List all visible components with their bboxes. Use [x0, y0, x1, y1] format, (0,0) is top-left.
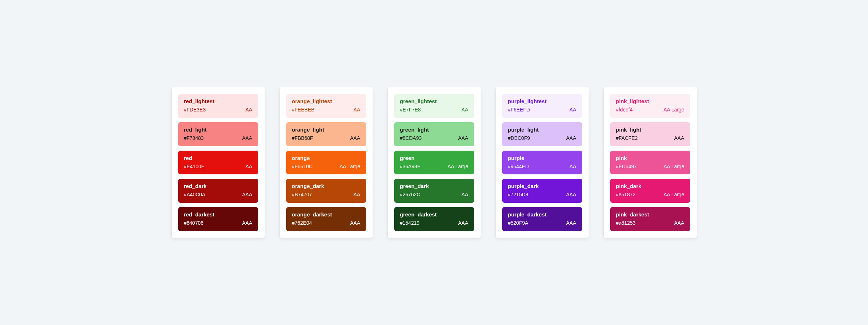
swatch-hex: #FACFE2: [616, 135, 638, 141]
color-swatch: green_light#8CDA93AAA: [394, 122, 474, 146]
color-swatch: pink_light#FACFE2AAA: [610, 122, 690, 146]
palette-card: pink_lightest#fdeef4AA Largepink_light#F…: [604, 87, 697, 238]
color-swatch: pink_lightest#fdeef4AA Large: [610, 94, 690, 118]
swatch-hex: #762E04: [292, 220, 312, 226]
swatch-meta-row: #ED5497AA Large: [616, 164, 684, 170]
swatch-meta-row: #154219AAA: [400, 220, 468, 226]
swatch-hex: #520F9A: [508, 220, 529, 226]
swatch-name: red_light: [184, 127, 252, 133]
swatch-name: green: [400, 155, 468, 161]
swatch-meta-row: #A40C0AAAA: [184, 192, 252, 198]
palette-card: orange_lightest#FEEBEBAAorange_light#FBB…: [280, 87, 373, 238]
color-swatch: orange_light#FBB68FAAA: [286, 122, 366, 146]
swatch-contrast-rating: AA: [570, 164, 576, 170]
swatch-hex: #A40C0A: [184, 192, 206, 198]
swatch-hex: #e51872: [616, 192, 636, 198]
color-swatch: green#36A93FAA Large: [394, 151, 474, 175]
swatch-meta-row: #26762CAA: [400, 192, 468, 198]
swatch-hex: #FDE3E3: [184, 107, 206, 113]
swatch-meta-row: #640706AAA: [184, 220, 252, 226]
swatch-hex: #36A93F: [400, 164, 420, 170]
swatch-name: purple_lightest: [508, 98, 576, 105]
swatch-meta-row: #FBB68FAAA: [292, 135, 360, 141]
swatch-hex: #154219: [400, 220, 420, 226]
swatch-meta-row: #F78483AAA: [184, 135, 252, 141]
color-swatch: purple_dark#7215D8AAA: [502, 179, 582, 203]
swatch-hex: #9544ED: [508, 164, 529, 170]
swatch-meta-row: #e51872AA Large: [616, 192, 684, 198]
swatch-hex: #E4100E: [184, 164, 205, 170]
swatch-contrast-rating: AAA: [566, 135, 576, 141]
swatch-name: purple: [508, 155, 576, 161]
swatch-meta-row: #FACFE2AAA: [616, 135, 684, 141]
color-swatch: purple_lightest#F6EEFDAA: [502, 94, 582, 118]
swatch-meta-row: #7215D8AAA: [508, 192, 576, 198]
swatch-name: pink_light: [616, 127, 684, 133]
swatch-contrast-rating: AA: [354, 192, 360, 198]
swatch-name: red_darkest: [184, 211, 252, 218]
color-swatch: orange#F6610CAA Large: [286, 151, 366, 175]
swatch-hex: #F6610C: [292, 164, 313, 170]
swatch-meta-row: #fdeef4AA Large: [616, 107, 684, 113]
color-swatch: green_dark#26762CAA: [394, 179, 474, 203]
swatch-contrast-rating: AA: [462, 107, 468, 113]
swatch-contrast-rating: AA: [246, 164, 252, 170]
swatch-meta-row: #8CDA93AAA: [400, 135, 468, 141]
swatch-hex: #E7F7E8: [400, 107, 421, 113]
swatch-meta-row: #9544EDAA: [508, 164, 576, 170]
swatch-contrast-rating: AAA: [242, 192, 252, 198]
color-swatch: pink#ED5497AA Large: [610, 151, 690, 175]
palette-card: purple_lightest#F6EEFDAApurple_light#DBC…: [496, 87, 589, 238]
swatch-name: purple_dark: [508, 183, 576, 189]
color-swatch: green_darkest#154219AAA: [394, 207, 474, 231]
swatch-meta-row: #FDE3E3AA: [184, 107, 252, 113]
swatch-meta-row: #762E04AAA: [292, 220, 360, 226]
swatch-name: orange_lightest: [292, 98, 360, 105]
swatch-meta-row: #520F9AAAA: [508, 220, 576, 226]
swatch-hex: #ED5497: [616, 164, 637, 170]
palette-card: red_lightest#FDE3E3AAred_light#F78483AAA…: [172, 87, 265, 238]
color-swatch: red_darkest#640706AAA: [178, 207, 258, 231]
swatch-hex: #FEEBEB: [292, 107, 315, 113]
color-swatch: orange_dark#B74707AA: [286, 179, 366, 203]
swatch-meta-row: #DBC0F9AAA: [508, 135, 576, 141]
color-swatch: pink_darkest#a81253AAA: [610, 207, 690, 231]
swatch-hex: #fdeef4: [616, 107, 633, 113]
swatch-contrast-rating: AAA: [674, 135, 684, 141]
swatch-name: pink_darkest: [616, 211, 684, 218]
swatch-name: green_dark: [400, 183, 468, 189]
swatch-contrast-rating: AA: [246, 107, 252, 113]
swatch-meta-row: #F6610CAA Large: [292, 164, 360, 170]
swatch-contrast-rating: AAA: [458, 220, 468, 226]
swatch-hex: #F6EEFD: [508, 107, 530, 113]
swatch-name: purple_darkest: [508, 211, 576, 218]
swatch-contrast-rating: AA: [462, 192, 468, 198]
swatch-contrast-rating: AAA: [242, 220, 252, 226]
swatch-hex: #7215D8: [508, 192, 529, 198]
swatch-contrast-rating: AA Large: [664, 164, 684, 170]
color-swatch: pink_dark#e51872AA Large: [610, 179, 690, 203]
swatch-contrast-rating: AAA: [350, 220, 360, 226]
color-swatch: orange_lightest#FEEBEBAA: [286, 94, 366, 118]
swatch-contrast-rating: AAA: [674, 220, 684, 226]
swatch-hex: #F78483: [184, 135, 204, 141]
swatch-hex: #a81253: [616, 220, 636, 226]
color-swatch: green_lightest#E7F7E8AA: [394, 94, 474, 118]
swatch-contrast-rating: AAA: [566, 220, 576, 226]
swatch-contrast-rating: AA Large: [664, 192, 684, 198]
swatch-hex: #26762C: [400, 192, 420, 198]
swatch-name: pink: [616, 155, 684, 161]
swatch-contrast-rating: AAA: [458, 135, 468, 141]
swatch-hex: #B74707: [292, 192, 312, 198]
swatch-name: orange: [292, 155, 360, 161]
swatch-contrast-rating: AAA: [350, 135, 360, 141]
swatch-meta-row: #E7F7E8AA: [400, 107, 468, 113]
swatch-name: orange_light: [292, 127, 360, 133]
color-swatch: red#E4100EAA: [178, 151, 258, 175]
swatch-contrast-rating: AA: [570, 107, 576, 113]
swatch-meta-row: #F6EEFDAA: [508, 107, 576, 113]
swatch-contrast-rating: AAA: [242, 135, 252, 141]
swatch-name: green_darkest: [400, 211, 468, 218]
swatch-meta-row: #B74707AA: [292, 192, 360, 198]
swatch-hex: #640706: [184, 220, 204, 226]
